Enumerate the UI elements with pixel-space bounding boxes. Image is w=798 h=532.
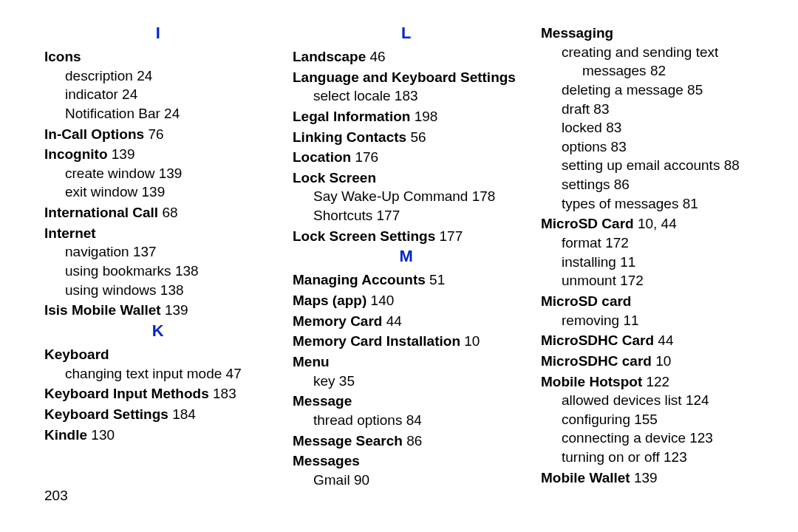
index-column-1: IIconsdescription 24indicator 24Notifica… [44,22,272,489]
entry-pages: 137 [129,244,157,259]
entry-text: Gmail [313,472,350,488]
index-subentry: configuring 155 [562,410,768,429]
entry-pages: 177 [372,208,400,223]
entry-text: exit window [65,184,137,200]
index-subentry: description 24 [65,66,272,86]
entry-pages: 172 [616,273,644,288]
index-topic: Memory Card Installation 10 [293,332,520,351]
entry-text: types of messages [562,196,678,211]
entry-text: Landscape [293,49,366,64]
entry-pages: 123 [686,430,713,446]
entry-text: Mobile Hotspot [541,374,642,389]
entry-text: configuring [562,412,630,427]
entry-pages: 139 [630,470,658,485]
index-topic: MicroSD Card 10, 44 [541,214,768,233]
entry-text: messages [582,63,647,78]
index-topic: MicroSDHC Card 44 [541,331,768,350]
entry-pages: 123 [660,449,687,465]
index-subentry: messages 82 [582,61,768,81]
entry-text: Maps (app) [293,293,366,308]
index-topic: Legal Information 198 [293,107,520,126]
index-subentry: setting up email accounts 88 [562,156,768,175]
entry-pages: 24 [133,68,152,83]
entry-pages: 11 [616,254,635,270]
entry-text: indicator [65,86,118,102]
index-topic: Location 176 [293,148,520,167]
entry-pages: 172 [601,235,629,250]
entry-pages: 140 [366,293,394,308]
index-subentry: Gmail 90 [313,471,520,490]
entry-pages: 83 [590,101,609,117]
entry-text: allowed devices list [562,392,682,408]
entry-pages: 81 [678,196,698,211]
page-number: 203 [44,488,68,504]
index-topic: MicroSDHC card 10 [541,352,768,371]
index-subentry: using bookmarks 138 [65,262,272,281]
entry-text: turning on or off [562,449,660,465]
entry-text: Messaging [541,25,613,41]
entry-text: Kindle [44,427,87,443]
entry-pages: 139 [161,302,188,318]
entry-text: select locale [313,88,391,103]
index-topic: Maps (app) 140 [293,291,520,310]
entry-text: MicroSDHC Card [541,332,654,348]
index-subentry: creating and sending text [562,43,768,62]
section-letter: K [44,321,272,341]
index-topic: Managing Accounts 51 [293,270,520,290]
index-column-2: LLandscape 46Language and Keyboard Setti… [293,22,520,489]
entry-text: creating and sending text [562,44,718,60]
index-subentry: Notification Bar 24 [65,104,272,123]
entry-pages: 84 [402,412,421,428]
entry-pages: 198 [410,109,437,124]
entry-text: Incognito [44,146,107,162]
index-topic: Message [293,392,520,411]
index-subentry: locked 83 [562,118,768,137]
entry-pages: 138 [157,282,184,298]
entry-pages: 44 [654,332,673,348]
index-subentry: removing 11 [562,311,768,330]
entry-text: Keyboard Settings [44,406,168,422]
entry-text: Language and Keyboard Settings [293,69,516,85]
entry-pages: 47 [222,366,241,381]
entry-text: Say Wake-Up Command [313,188,468,204]
entry-text: Legal Information [293,109,410,124]
entry-text: Keyboard Input Methods [44,386,209,401]
entry-pages: 139 [137,184,165,200]
entry-pages: 76 [144,126,163,142]
index-column-3: Messagingcreating and sending textmessag… [541,22,768,489]
entry-pages: 10 [460,333,480,349]
index-topic: Isis Mobile Wallet 139 [44,301,272,320]
index-subentry: Shortcuts 177 [313,206,520,225]
entry-pages: 86 [403,433,422,449]
entry-text: draft [562,101,590,117]
index-topic: Messaging [541,24,768,43]
entry-text: description [65,68,133,83]
index-topic: Linking Contacts 56 [293,128,520,147]
entry-text: Keyboard [44,347,109,362]
index-subentry: Say Wake-Up Command 178 [313,187,520,206]
index-subentry: changing text input mode 47 [65,364,272,383]
section-letter: M [293,247,520,266]
entry-pages: 139 [154,166,182,181]
index-topic: Language and Keyboard Settings [293,68,520,87]
entry-text: MicroSDHC card [541,353,652,369]
index-subentry: indicator 24 [65,85,272,104]
index-topic: Keyboard [44,345,272,364]
entry-text: format [562,235,601,250]
entry-pages: 138 [171,263,199,279]
entry-pages: 46 [366,49,385,64]
index-subentry: deleting a message 85 [562,81,768,100]
entry-pages: 68 [158,205,177,220]
entry-text: Shortcuts [313,208,372,223]
index-topic: Menu [293,352,520,372]
entry-text: locked [562,120,602,135]
entry-text: options [562,139,607,154]
index-topic: Lock Screen [293,168,520,188]
entry-pages: 51 [426,272,445,287]
index-topic: Icons [44,47,272,66]
index-subentry: key 35 [313,372,520,391]
index-subentry: options 83 [562,137,768,157]
entry-pages: 88 [720,157,739,173]
index-topic: Lock Screen Settings 177 [293,227,520,246]
index-topic: In-Call Options 76 [44,125,272,144]
